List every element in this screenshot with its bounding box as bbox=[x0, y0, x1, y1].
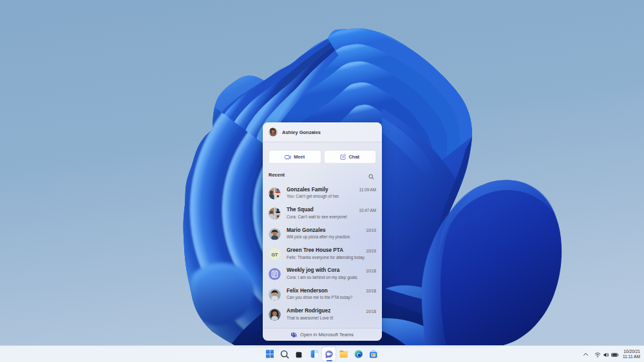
svg-text:GT: GT bbox=[271, 252, 278, 258]
